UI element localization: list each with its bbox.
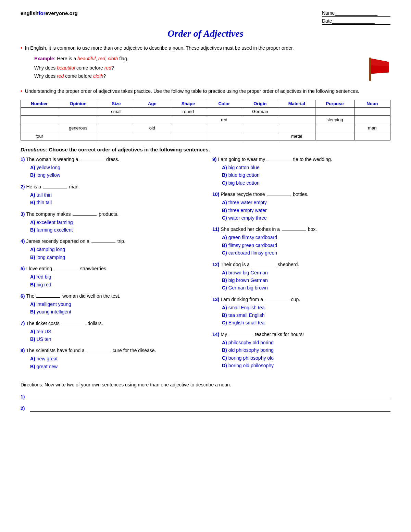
question-12: 12)Their dog is a shepherd. A) brown big… bbox=[212, 261, 390, 292]
site-url: englishforeveryone.org bbox=[21, 10, 78, 16]
options-14: A) philosophy old boring B) old philosop… bbox=[222, 339, 390, 370]
svg-rect-0 bbox=[369, 58, 371, 81]
col-noun: Noun bbox=[354, 100, 390, 108]
col-origin: Origin bbox=[242, 100, 278, 108]
write-line-2: 2) bbox=[21, 405, 390, 412]
svg-marker-2 bbox=[371, 59, 389, 66]
options-4: A) camping long B) long camping bbox=[30, 246, 199, 261]
write-lines-section: 1) 2) bbox=[21, 393, 390, 412]
options-12: A) brown big German B) big brown German … bbox=[222, 269, 390, 292]
question-9: 9)I am going to wear my tie to the weddi… bbox=[212, 156, 390, 187]
red-word: red bbox=[98, 56, 105, 61]
questions-right: 9)I am going to wear my tie to the weddi… bbox=[212, 156, 390, 374]
question-3: 3)The company makes products. A) excelle… bbox=[21, 211, 199, 234]
options-10: A) three water empty B) three empty wate… bbox=[222, 199, 390, 222]
col-age: Age bbox=[134, 100, 170, 108]
question-14: 14)My teacher talks for hours! A) philos… bbox=[212, 331, 390, 370]
page-title: Order of Adjectives bbox=[21, 28, 390, 39]
col-opinion: Opinion bbox=[58, 100, 98, 108]
question-6: 6)The woman did well on the test. A) int… bbox=[21, 293, 199, 316]
col-number: Number bbox=[21, 100, 58, 108]
options-11: A) green flimsy cardboard B) flimsy gree… bbox=[222, 234, 390, 257]
name-date-block: Name________________ Date_______________… bbox=[322, 10, 390, 25]
options-6: A) intelligent young B) young intelligen… bbox=[30, 300, 199, 316]
cloth-word: cloth bbox=[108, 56, 118, 61]
adjectives-table-container: Number Opinion Size Age Shape Color Orig… bbox=[21, 100, 390, 140]
options-2: A) tall thin B) thin tall bbox=[30, 191, 199, 207]
col-purpose: Purpose bbox=[315, 100, 354, 108]
options-8: A) new great B) great new bbox=[30, 355, 199, 370]
question-10: 10)Please recycle those bottles. A) thre… bbox=[212, 191, 390, 222]
page-header: englishforeveryone.org Name_____________… bbox=[21, 10, 390, 25]
bullet-1: • bbox=[21, 45, 22, 51]
table-row: red sleeping bbox=[21, 116, 390, 124]
col-material: Material bbox=[278, 100, 315, 108]
options-5: A) red big B) big red bbox=[30, 273, 199, 288]
why-lines: Why does beautiful come before red? Why … bbox=[34, 64, 349, 81]
directions-text-2: Now write two of your own sentences usin… bbox=[45, 382, 231, 387]
example-section: Example: Here is a beautiful, red, cloth… bbox=[34, 56, 390, 84]
table-header-row: Number Opinion Size Age Shape Color Orig… bbox=[21, 100, 390, 108]
options-9: A) big cotton blue B) blue big cotton C)… bbox=[222, 164, 390, 187]
flag-image bbox=[360, 56, 390, 84]
questions-left: 1)The woman is wearing a dress. A) yello… bbox=[21, 156, 199, 374]
directions-text-1: Choose the correct order of adjectives i… bbox=[49, 147, 210, 152]
write-input-1[interactable] bbox=[30, 393, 390, 400]
col-color: Color bbox=[206, 100, 242, 108]
question-2: 2)He is a man. A) tall thin B) thin tall bbox=[21, 183, 199, 207]
options-7: A) ten US B) US ten bbox=[30, 328, 199, 343]
name-field: Name________________ bbox=[322, 10, 390, 17]
directions-2-header: Directions: Now write two of your own se… bbox=[21, 381, 390, 388]
col-shape: Shape bbox=[170, 100, 206, 108]
example-text: Example: Here is a beautiful, red, cloth… bbox=[34, 56, 349, 81]
date-field: Date________________ bbox=[322, 18, 390, 25]
example-label: Example: bbox=[34, 56, 55, 61]
table-row: four metal bbox=[21, 132, 390, 140]
directions-1-header: Directions: Choose the correct order of … bbox=[21, 147, 390, 152]
intro-paragraph-1: • In English, it is common to use more t… bbox=[21, 45, 390, 52]
options-13: A) small English tea B) tea small Englis… bbox=[222, 304, 390, 327]
directions-label-2: Directions: bbox=[21, 382, 43, 387]
directions-label-1: Directions: bbox=[21, 147, 47, 152]
question-1: 1)The woman is wearing a dress. A) yello… bbox=[21, 156, 199, 179]
bullet-2: • bbox=[21, 88, 22, 94]
table-row: small round German bbox=[21, 108, 390, 116]
questions-grid: 1)The woman is wearing a dress. A) yello… bbox=[21, 156, 390, 374]
beautiful-word: beautiful bbox=[77, 56, 96, 61]
question-4: 4)James recently departed on a trip. A) … bbox=[21, 238, 199, 261]
col-size: Size bbox=[98, 100, 134, 108]
question-13: 13)I am drinking from a cup. A) small En… bbox=[212, 296, 390, 327]
table-row: generous old man bbox=[21, 124, 390, 132]
example-row: Example: Here is a beautiful, red, cloth… bbox=[34, 56, 390, 84]
question-5: 5)I love eating strawberries. A) red big… bbox=[21, 265, 199, 288]
options-3: A) excellent farming B) farming excellen… bbox=[30, 219, 199, 234]
write-input-2[interactable] bbox=[30, 405, 390, 412]
adjectives-table: Number Opinion Size Age Shape Color Orig… bbox=[21, 100, 390, 140]
question-7: 7)The ticket costs dollars. A) ten US B)… bbox=[21, 320, 199, 343]
intro-paragraph-2: • Understanding the proper order of adje… bbox=[21, 88, 390, 95]
question-11: 11)She packed her clothes in a box. A) g… bbox=[212, 226, 390, 257]
write-line-1: 1) bbox=[21, 393, 390, 400]
question-8: 8)The scientists have found a cure for t… bbox=[21, 347, 199, 370]
options-1: A) yellow long B) long yellow bbox=[30, 164, 199, 179]
